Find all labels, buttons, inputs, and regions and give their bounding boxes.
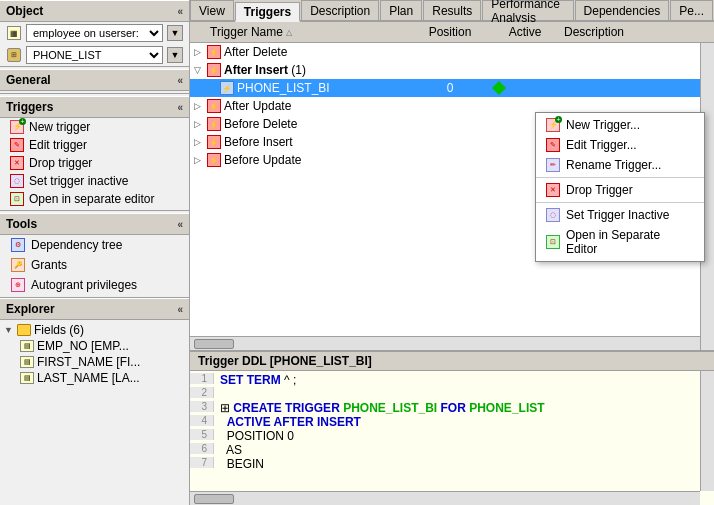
tab-performance[interactable]: Performance Analysis: [482, 0, 573, 20]
new-trigger-item[interactable]: ⚡+ New trigger: [0, 118, 189, 136]
object-section-header: Object «: [0, 0, 189, 22]
ctx-rename-trigger[interactable]: ✏ Rename Trigger...: [536, 155, 704, 175]
ddl-section: Trigger DDL [PHONE_LIST_BI] 1 SET TERM ^…: [190, 350, 714, 505]
ctx-drop-trigger-icon: ✕: [546, 183, 560, 197]
phone-list-dropdown-btn[interactable]: ▼: [167, 47, 183, 63]
ctx-separator2: [536, 202, 704, 203]
ddl-title: Trigger DDL [PHONE_LIST_BI]: [198, 354, 372, 368]
after-update-name: ▷ ⚡ After Update: [190, 98, 410, 114]
tab-bar: View Triggers Description Plan Results P…: [190, 0, 714, 22]
ctx-separator1: [536, 177, 704, 178]
ddl-v-scroll[interactable]: [700, 371, 714, 491]
explorer-collapse-icon[interactable]: «: [177, 304, 183, 315]
triggers-section-title: Triggers: [6, 100, 53, 114]
ddl-h-scroll[interactable]: [190, 491, 700, 505]
emp-no-field-item[interactable]: ▤ EMP_NO [EMP...: [0, 338, 189, 354]
left-panel: Object « ▦ employee on userser: ▼ ⊞ PHON…: [0, 0, 190, 505]
tab-results[interactable]: Results: [423, 0, 481, 20]
ddl-header: Trigger DDL [PHONE_LIST_BI]: [190, 352, 714, 371]
ctx-open-editor-icon: ⊡: [546, 235, 560, 249]
after-update-icon: ⚡: [207, 99, 221, 113]
drop-trigger-item[interactable]: ✕ Drop trigger: [0, 154, 189, 172]
first-name-field-item[interactable]: ▤ FIRST_NAME [FI...: [0, 354, 189, 370]
open-editor-item[interactable]: ⊡ Open in separate editor: [0, 190, 189, 208]
general-section: General «: [0, 67, 189, 94]
open-editor-label: Open in separate editor: [29, 192, 154, 206]
tab-dependencies[interactable]: Dependencies: [575, 0, 670, 20]
general-collapse-icon[interactable]: «: [177, 75, 183, 86]
before-insert-name: ▷ ⚡ Before Insert: [190, 134, 410, 150]
ddl-line-5: 5 POSITION 0: [190, 429, 714, 443]
tab-description[interactable]: Description: [301, 0, 379, 20]
collapse-icon[interactable]: «: [177, 6, 183, 17]
trigger-row-after-delete[interactable]: ▷ ⚡ After Delete: [190, 43, 714, 61]
ddl-content: 1 SET TERM ^ ; 2 3 ⊞ CREATE TRIGGER PHON…: [190, 371, 714, 505]
tools-collapse-icon[interactable]: «: [177, 219, 183, 230]
tab-triggers[interactable]: Triggers: [235, 2, 300, 22]
ctx-drop-trigger[interactable]: ✕ Drop Trigger: [536, 180, 704, 200]
last-name-field-item[interactable]: ▤ LAST_NAME [LA...: [0, 370, 189, 386]
employee-dropdown-btn[interactable]: ▼: [167, 25, 183, 41]
ctx-edit-trigger-label: Edit Trigger...: [566, 138, 637, 152]
explorer-section-header: Explorer «: [0, 298, 189, 320]
fields-expand-icon: ▼: [4, 325, 14, 335]
ddl-line-6: 6 AS: [190, 443, 714, 457]
table-icon: ▦: [7, 26, 21, 40]
ctx-new-trigger[interactable]: ⚡+ New Trigger...: [536, 115, 704, 135]
explorer-section-title: Explorer: [6, 302, 55, 316]
triggers-section: Triggers « ⚡+ New trigger ✎ Edit trigger…: [0, 94, 189, 211]
after-insert-expand: ▽: [194, 65, 204, 75]
phone-list-bi-pos: 0: [410, 80, 490, 96]
ctx-rename-trigger-icon: ✏: [546, 158, 560, 172]
ctx-set-inactive-label: Set Trigger Inactive: [566, 208, 669, 222]
employee-row: ▦ employee on userser: ▼: [0, 22, 189, 44]
tab-pe[interactable]: Pe...: [670, 0, 713, 20]
employee-select[interactable]: employee on userser:: [26, 24, 163, 42]
explorer-section: Explorer « ▼ Fields (6) ▤ EMP_NO [EMP...…: [0, 298, 189, 505]
after-delete-desc: [560, 51, 714, 53]
grants-item[interactable]: 🔑 Grants: [0, 255, 189, 275]
autogrant-label: Autogrant privileges: [31, 278, 137, 292]
dependency-tree-item[interactable]: ⚙ Dependency tree: [0, 235, 189, 255]
set-inactive-icon: ◌: [10, 174, 24, 188]
trigger-row-after-insert[interactable]: ▽ ⚡ After Insert (1): [190, 61, 714, 79]
ddl-h-scroll-thumb[interactable]: [194, 494, 234, 504]
phone-list-bi-name: ⚡ PHONE_LIST_BI: [190, 80, 410, 96]
after-update-expand: ▷: [194, 101, 204, 111]
triggers-collapse-icon[interactable]: «: [177, 102, 183, 113]
after-delete-pos: [410, 51, 490, 53]
object-section-title: Object: [6, 4, 43, 18]
edit-trigger-label: Edit trigger: [29, 138, 87, 152]
ctx-edit-trigger[interactable]: ✎ Edit Trigger...: [536, 135, 704, 155]
tab-plan[interactable]: Plan: [380, 0, 422, 20]
first-name-field-icon: ▤: [20, 356, 34, 368]
drop-trigger-icon: ✕: [10, 156, 24, 170]
ddl-line-2: 2: [190, 387, 714, 401]
phone-list-select[interactable]: PHONE_LIST: [26, 46, 163, 64]
edit-trigger-item[interactable]: ✎ Edit trigger: [0, 136, 189, 154]
ctx-set-inactive[interactable]: ◌ Set Trigger Inactive: [536, 205, 704, 225]
drop-trigger-label: Drop trigger: [29, 156, 92, 170]
tools-section-title: Tools: [6, 217, 37, 231]
explorer-tree: ▼ Fields (6) ▤ EMP_NO [EMP... ▤ FIRST_NA…: [0, 320, 189, 505]
autogrant-item[interactable]: ⊕ Autogrant privileges: [0, 275, 189, 295]
after-insert-name: ▽ ⚡ After Insert (1): [190, 62, 410, 78]
open-editor-icon: ⊡: [10, 192, 24, 206]
dependency-tree-label: Dependency tree: [31, 238, 122, 252]
fields-group-item[interactable]: ▼ Fields (6): [0, 322, 189, 338]
after-delete-active: [490, 51, 560, 53]
right-panel: View Triggers Description Plan Results P…: [190, 0, 714, 505]
trigger-h-scroll[interactable]: [190, 336, 700, 350]
before-delete-expand: ▷: [194, 119, 204, 129]
emp-no-field-label: EMP_NO [EMP...: [37, 339, 129, 353]
ddl-line-4: 4 ACTIVE AFTER INSERT: [190, 415, 714, 429]
trigger-row-phone-list-bi[interactable]: ⚡ PHONE_LIST_BI 0: [190, 79, 714, 97]
set-inactive-item[interactable]: ◌ Set trigger inactive: [0, 172, 189, 190]
ctx-open-editor[interactable]: ⊡ Open in Separate Editor: [536, 225, 704, 259]
trigger-area: Trigger Name △ Position Active Descripti…: [190, 22, 714, 350]
after-delete-expand: ▷: [194, 47, 204, 57]
last-name-field-icon: ▤: [20, 372, 34, 384]
tab-view[interactable]: View: [190, 0, 234, 20]
trigger-h-scroll-thumb[interactable]: [194, 339, 234, 349]
ctx-open-editor-label: Open in Separate Editor: [566, 228, 694, 256]
